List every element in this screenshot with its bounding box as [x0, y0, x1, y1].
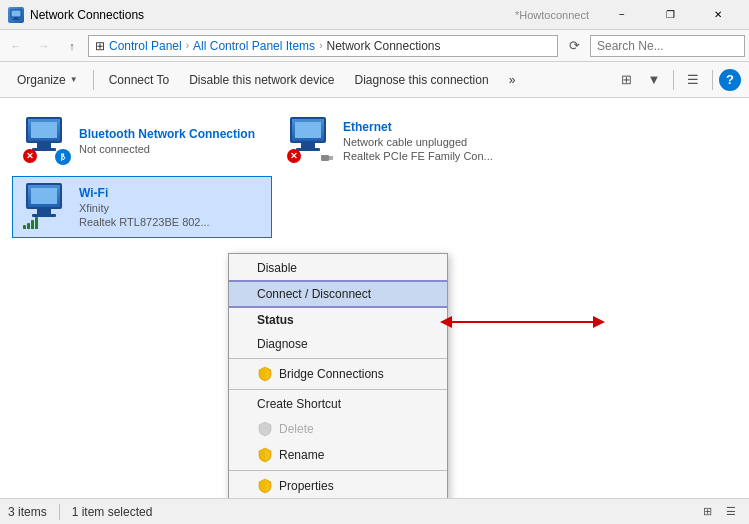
- ctx-bridge-label: Bridge Connections: [279, 367, 384, 381]
- ctx-bridge[interactable]: Bridge Connections: [229, 361, 447, 387]
- search-box[interactable]: 🔍: [590, 35, 745, 57]
- ctx-rename-label: Rename: [279, 448, 324, 462]
- toolbar-divider-1: [93, 70, 94, 90]
- address-bar: ← → ↑ ⊞ Control Panel › All Control Pane…: [0, 30, 749, 62]
- refresh-button[interactable]: ⟳: [562, 35, 586, 57]
- wifi-adapter: Realtek RTL8723BE 802...: [79, 216, 261, 228]
- delete-shield-icon: [257, 421, 273, 437]
- restore-button[interactable]: ❐: [647, 0, 693, 30]
- minimize-button[interactable]: −: [599, 0, 645, 30]
- svg-marker-7: [593, 316, 605, 328]
- details-view-button[interactable]: ☰: [680, 67, 706, 93]
- connect-to-button[interactable]: Connect To: [100, 66, 179, 94]
- wifi-bar-4: [35, 217, 38, 229]
- network-item-wifi[interactable]: Wi-Fi Xfinity Realtek RTL8723BE 802...: [12, 176, 272, 238]
- bluetooth-name[interactable]: Bluetooth Network Connection: [79, 127, 261, 141]
- organize-label: Organize: [17, 73, 66, 87]
- ctx-status[interactable]: Status: [229, 308, 447, 332]
- ctx-create-shortcut[interactable]: Create Shortcut: [229, 392, 447, 416]
- ctx-rename[interactable]: Rename: [229, 442, 447, 468]
- breadcrumb: ⊞ Control Panel › All Control Panel Item…: [88, 35, 558, 57]
- context-menu: Disable Connect / Disconnect Status Diag…: [228, 253, 448, 498]
- properties-shield-icon: [257, 478, 273, 494]
- forward-button[interactable]: →: [32, 34, 56, 58]
- svg-rect-2: [13, 19, 20, 20]
- search-input[interactable]: [597, 39, 747, 53]
- breadcrumb-icon: ⊞: [95, 39, 105, 53]
- watermark: *Howtoconnect: [515, 9, 589, 21]
- disable-device-label: Disable this network device: [189, 73, 334, 87]
- wifi-bar-2: [27, 223, 30, 229]
- bridge-shield-icon: [257, 366, 273, 382]
- main-content: ✕ ꞵ Bluetooth Network Connection Not con…: [0, 98, 749, 498]
- network-item-ethernet[interactable]: ✕ Ethernet Network cable unplugged Realt…: [276, 110, 536, 172]
- connect-to-label: Connect To: [109, 73, 170, 87]
- help-button[interactable]: ?: [719, 69, 741, 91]
- breadcrumb-network-connections: Network Connections: [326, 39, 440, 53]
- ctx-create-shortcut-label: Create Shortcut: [257, 397, 341, 411]
- ctx-connect-label: Connect / Disconnect: [257, 287, 371, 301]
- bluetooth-base: [32, 148, 56, 151]
- cable-icon: [319, 151, 335, 165]
- arrow-svg: [440, 315, 605, 329]
- wifi-info: Wi-Fi Xfinity Realtek RTL8723BE 802...: [79, 186, 261, 228]
- ethernet-error-icon: ✕: [287, 149, 301, 163]
- rename-shield-icon: [257, 447, 273, 463]
- more-label: »: [509, 73, 516, 87]
- organize-arrow: ▼: [70, 75, 78, 84]
- ethernet-name[interactable]: Ethernet: [343, 120, 525, 134]
- svg-rect-0: [11, 10, 21, 17]
- change-view-arrow[interactable]: ▼: [641, 67, 667, 93]
- wifi-bar-1: [23, 225, 26, 229]
- selected-count: 1 item selected: [72, 505, 153, 519]
- organize-button[interactable]: Organize ▼: [8, 66, 87, 94]
- bluetooth-monitor: [26, 117, 62, 143]
- window-controls: − ❐ ✕: [599, 0, 741, 30]
- wifi-name[interactable]: Wi-Fi: [79, 186, 261, 200]
- status-view-list[interactable]: ☰: [721, 502, 741, 522]
- item-count: 3 items: [8, 505, 47, 519]
- ethernet-status: Network cable unplugged: [343, 136, 525, 148]
- ctx-disable[interactable]: Disable: [229, 256, 447, 280]
- ctx-connect-disconnect[interactable]: Connect / Disconnect: [229, 280, 447, 308]
- arrow-annotation: [440, 315, 605, 329]
- back-button[interactable]: ←: [4, 34, 28, 58]
- up-button[interactable]: ↑: [60, 34, 84, 58]
- view-icons-status: ⊞ ☰: [697, 502, 741, 522]
- breadcrumb-control-panel[interactable]: Control Panel: [109, 39, 182, 53]
- ctx-properties[interactable]: Properties: [229, 473, 447, 498]
- ctx-properties-label: Properties: [279, 479, 334, 493]
- network-item-bluetooth[interactable]: ✕ ꞵ Bluetooth Network Connection Not con…: [12, 110, 272, 172]
- diagnose-label: Diagnose this connection: [355, 73, 489, 87]
- ctx-sep-3: [229, 470, 447, 471]
- window-title: Network Connections: [30, 8, 515, 22]
- status-view-tiles[interactable]: ⊞: [697, 502, 717, 522]
- ctx-diagnose[interactable]: Diagnose: [229, 332, 447, 356]
- bluetooth-info: Bluetooth Network Connection Not connect…: [79, 127, 261, 155]
- ctx-status-label: Status: [257, 313, 294, 327]
- bluetooth-error-icon: ✕: [23, 149, 37, 163]
- wifi-icon-wrap: [23, 183, 71, 231]
- ctx-diagnose-label: Diagnose: [257, 337, 308, 351]
- title-bar: Network Connections *Howtoconnect − ❐ ✕: [0, 0, 749, 30]
- breadcrumb-all-items[interactable]: All Control Panel Items: [193, 39, 315, 53]
- close-button[interactable]: ✕: [695, 0, 741, 30]
- svg-rect-6: [452, 321, 593, 323]
- change-view-button[interactable]: ⊞: [613, 67, 639, 93]
- ethernet-base: [296, 148, 320, 151]
- more-button[interactable]: »: [500, 66, 525, 94]
- ethernet-icon-wrap: ✕: [287, 117, 335, 165]
- ctx-sep-2: [229, 389, 447, 390]
- ethernet-info: Ethernet Network cable unplugged Realtek…: [343, 120, 525, 162]
- ethernet-adapter: Realtek PCIe FE Family Con...: [343, 150, 525, 162]
- wifi-ssid: Xfinity: [79, 202, 261, 214]
- ctx-delete[interactable]: Delete: [229, 416, 447, 442]
- ctx-sep-1: [229, 358, 447, 359]
- toolbar-divider-3: [712, 70, 713, 90]
- svg-marker-5: [440, 316, 452, 328]
- ctx-disable-label: Disable: [257, 261, 297, 275]
- disable-device-button[interactable]: Disable this network device: [180, 66, 343, 94]
- ethernet-monitor: [290, 117, 326, 143]
- svg-rect-4: [329, 156, 333, 160]
- diagnose-button[interactable]: Diagnose this connection: [346, 66, 498, 94]
